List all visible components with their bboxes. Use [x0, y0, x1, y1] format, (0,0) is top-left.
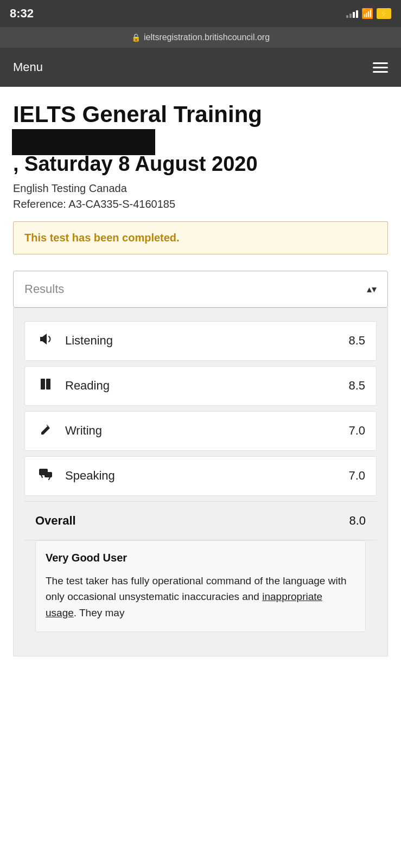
redacted-name: [13, 132, 154, 152]
reading-score: 8.5: [348, 379, 365, 393]
speaking-score: 7.0: [348, 469, 365, 483]
wifi-icon: 📶: [361, 8, 373, 20]
overall-score: 8.0: [349, 514, 366, 528]
speaking-label: Speaking: [65, 469, 348, 483]
hamburger-line-3: [373, 71, 388, 73]
completed-banner: This test has been completed.: [13, 221, 388, 254]
description-body: The test taker has fully operational com…: [46, 573, 355, 621]
writing-label: Writing: [65, 424, 348, 438]
description-title: Very Good User: [46, 552, 355, 564]
dropdown-arrow-icon: ▴▾: [367, 283, 377, 295]
listening-score: 8.5: [348, 334, 365, 348]
main-content: IELTS General Training , Saturday 8 Augu…: [0, 87, 401, 669]
nav-bar: Menu: [0, 48, 401, 87]
exam-date-text: , Saturday 8 August 2020: [13, 152, 258, 177]
score-card-writing: Writing 7.0: [24, 411, 377, 451]
menu-label[interactable]: Menu: [13, 60, 43, 74]
exam-date: , Saturday 8 August 2020: [13, 132, 388, 177]
underline-phrase: inappropriate usage: [46, 591, 322, 618]
hamburger-menu[interactable]: [373, 62, 388, 73]
results-label: Results: [24, 282, 64, 296]
completed-text: This test has been completed.: [24, 232, 180, 244]
svg-rect-0: [41, 379, 45, 390]
status-time: 8:32: [10, 7, 34, 21]
results-panel: Listening 8.5 Reading 8.5: [13, 308, 388, 656]
svg-rect-1: [46, 379, 50, 390]
listening-label: Listening: [65, 334, 348, 348]
writing-icon: [36, 422, 55, 441]
reading-label: Reading: [65, 379, 348, 393]
signal-icon: [346, 9, 358, 18]
score-card-reading: Reading 8.5: [24, 366, 377, 406]
svg-rect-4: [44, 472, 52, 477]
reading-icon: [36, 376, 55, 395]
svg-rect-2: [45, 379, 46, 390]
status-icons: 📶 ⚡: [346, 8, 391, 20]
hamburger-line-2: [373, 67, 388, 68]
overall-card: Overall 8.0: [24, 501, 377, 540]
listening-icon: [36, 331, 55, 350]
description-inner: Very Good User The test taker has fully …: [35, 540, 366, 632]
url-bar: 🔒 ieltsregistration.britishcouncil.org: [0, 27, 401, 48]
hamburger-line-1: [373, 62, 388, 64]
battery-icon: ⚡: [377, 8, 391, 19]
lock-icon: 🔒: [131, 33, 141, 42]
score-card-listening: Listening 8.5: [24, 321, 377, 361]
status-bar: 8:32 📶 ⚡: [0, 0, 401, 27]
url-text: ieltsregistration.britishcouncil.org: [144, 33, 270, 42]
exam-ref: Reference: A3-CA335-S-4160185: [13, 198, 388, 210]
exam-org: English Testing Canada: [13, 182, 388, 195]
page-title: IELTS General Training: [13, 102, 388, 127]
description-card: Very Good User The test taker has fully …: [24, 540, 377, 643]
overall-label: Overall: [35, 514, 349, 528]
writing-score: 7.0: [348, 424, 365, 438]
speaking-icon: [36, 467, 55, 486]
score-card-speaking: Speaking 7.0: [24, 456, 377, 496]
results-dropdown[interactable]: Results ▴▾: [13, 271, 388, 308]
